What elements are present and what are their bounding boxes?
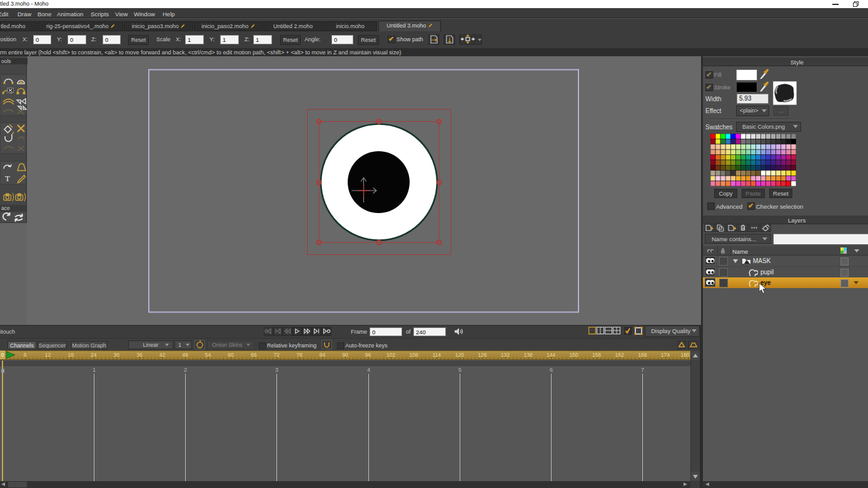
- svg-text:T: T: [5, 174, 10, 183]
- svg-text:108: 108: [410, 352, 418, 358]
- svg-text:66: 66: [251, 352, 257, 358]
- svg-text:12: 12: [45, 352, 51, 358]
- svg-text:102: 102: [386, 352, 395, 358]
- svg-text:ace: ace: [1, 205, 10, 211]
- svg-text:174: 174: [661, 352, 670, 358]
- svg-text:138: 138: [523, 352, 532, 358]
- svg-text:114: 114: [432, 352, 441, 358]
- svg-text:96: 96: [365, 352, 371, 358]
- svg-text:120: 120: [455, 352, 464, 358]
- svg-text:54: 54: [205, 352, 211, 358]
- svg-text:6: 6: [24, 352, 27, 358]
- svg-text:84: 84: [320, 352, 326, 358]
- svg-text:132: 132: [501, 352, 510, 358]
- svg-text:18: 18: [68, 352, 74, 358]
- svg-text:42: 42: [159, 352, 166, 358]
- svg-text:126: 126: [478, 352, 487, 358]
- svg-text:30: 30: [114, 352, 120, 358]
- svg-text:156: 156: [592, 352, 601, 358]
- svg-text:90: 90: [342, 352, 348, 358]
- svg-text:162: 162: [615, 352, 624, 358]
- svg-text:36: 36: [136, 352, 143, 358]
- svg-text:78: 78: [296, 352, 303, 358]
- svg-text:60: 60: [228, 352, 234, 358]
- svg-text:0: 0: [1, 352, 4, 358]
- svg-text:180: 180: [680, 352, 689, 358]
- svg-text:150: 150: [570, 352, 578, 358]
- svg-text:48: 48: [182, 352, 188, 358]
- svg-text:144: 144: [547, 352, 555, 358]
- svg-text:24: 24: [91, 352, 97, 358]
- svg-text:72: 72: [274, 352, 280, 358]
- svg-text:168: 168: [638, 352, 647, 358]
